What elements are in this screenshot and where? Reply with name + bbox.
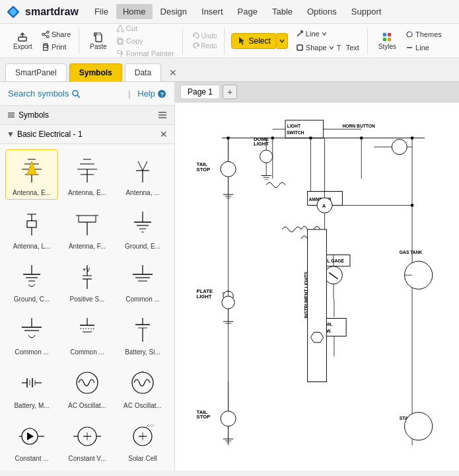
search-icon — [71, 89, 81, 99]
symbol-icon-solar_cell — [123, 420, 162, 453]
line-button[interactable]: Line — [292, 28, 363, 40]
svg-point-31 — [73, 91, 78, 96]
svg-rect-127 — [285, 120, 324, 138]
canvas[interactable]: TAIL STOP PLATE LIGHT TAIL STOP DOME LIG… — [175, 102, 459, 471]
menu-insert[interactable]: Insert — [195, 4, 230, 19]
svg-line-32 — [77, 95, 80, 98]
select-button[interactable]: Select — [231, 33, 277, 49]
symbol-item-common1[interactable]: Common ... — [116, 256, 169, 306]
category-close-button[interactable]: ✕ — [160, 129, 168, 139]
menu-bar: smartdraw File Home Design Insert Page T… — [0, 0, 459, 24]
svg-point-156 — [260, 150, 273, 163]
symbols-grid: Antenna, E... Antenna, E... Antenna, ...… — [0, 144, 174, 471]
svg-rect-27 — [383, 37, 386, 40]
format-painter-button[interactable]: Format Painter — [112, 48, 178, 60]
svg-line-22 — [297, 31, 302, 36]
menu-design[interactable]: Design — [154, 4, 194, 19]
symbol-item-battery_m[interactable]: Battery, M... — [5, 362, 58, 412]
export-button[interactable]: Export — [9, 30, 36, 52]
symbol-item-solar_cell[interactable]: Solar Cell — [116, 415, 169, 465]
text-icon-label: T — [336, 44, 344, 52]
menu-table[interactable]: Table — [265, 4, 299, 19]
symbol-icon-common3 — [67, 313, 107, 346]
symbol-item-common3[interactable]: Common ... — [61, 309, 114, 359]
menu-home[interactable]: Home — [116, 4, 153, 19]
search-symbols-link[interactable]: Search symbols — [8, 89, 69, 99]
close-panel-button[interactable]: ✕ — [166, 66, 180, 79]
svg-text:T: T — [337, 44, 341, 52]
undo-button[interactable]: Undo — [190, 31, 220, 40]
copy-icon — [116, 37, 124, 45]
print-icon — [42, 43, 50, 51]
svg-line-115 — [146, 424, 149, 427]
svg-point-195 — [360, 136, 363, 139]
redo-button[interactable]: Redo — [190, 41, 220, 50]
symbol-icon-antenna3 — [123, 154, 162, 187]
symbol-icon-ground_e — [123, 207, 162, 240]
svg-rect-25 — [383, 32, 386, 36]
svg-point-15 — [122, 29, 124, 31]
symbol-label-antenna3: Antenna, ... — [125, 189, 159, 196]
symbol-item-antenna_e[interactable]: Antenna, E... — [5, 149, 58, 200]
symbol-item-ac_osc2[interactable]: AC Oscillat... — [116, 362, 169, 412]
themes-icon — [406, 30, 413, 38]
symbol-item-positive_s[interactable]: +V Positive S... — [61, 256, 114, 306]
select-dropdown-arrow[interactable] — [277, 33, 288, 49]
tab-data[interactable]: Data — [125, 63, 161, 81]
symbol-label-constant1: Constant ... — [15, 455, 48, 462]
symbol-item-ground_c[interactable]: Ground, C... — [5, 256, 58, 306]
svg-rect-20 — [118, 50, 122, 53]
export-icon — [17, 32, 28, 42]
tab-smart-panel[interactable]: SmartPanel — [5, 63, 67, 81]
symbol-item-antenna3[interactable]: Antenna, ... — [116, 149, 169, 200]
symbol-item-antenna_f[interactable]: Antenna, F... — [61, 202, 114, 253]
symbol-item-battery_s[interactable]: Battery, Si... — [116, 309, 169, 359]
symbol-label-ac_osc2: AC Oscillat... — [124, 402, 162, 409]
symbol-label-battery_m: Battery, M... — [14, 402, 49, 409]
sidebar: Search symbols | Help ? Symbols ▼ — [0, 82, 175, 471]
symbol-label-battery_s: Battery, Si... — [125, 348, 160, 356]
share-button[interactable]: Share — [38, 28, 75, 40]
category-collapse-button[interactable]: ▼ — [7, 130, 15, 139]
svg-text:STOP: STOP — [197, 167, 211, 173]
menu-support[interactable]: Support — [345, 4, 388, 19]
menu-options[interactable]: Options — [300, 4, 343, 19]
symbol-icon-ac_osc1 — [67, 366, 107, 399]
symbol-icon-antenna_e — [12, 154, 52, 187]
themes-button[interactable]: Themes — [402, 28, 446, 40]
shape-button[interactable]: Shape T Text — [292, 42, 363, 54]
symbol-icon-ground_c — [12, 260, 52, 294]
svg-point-189 — [405, 413, 433, 440]
cut-button[interactable]: Cut — [112, 22, 178, 34]
symbol-item-ac_osc1[interactable]: AC Oscillat... — [61, 362, 114, 412]
svg-point-100 — [77, 372, 98, 393]
help-link[interactable]: Help — [137, 89, 155, 99]
symbol-item-constant_v[interactable]: Constant V... — [61, 415, 114, 465]
symbol-item-common2[interactable]: Common ... — [5, 309, 58, 359]
tab-symbols[interactable]: Symbols — [69, 63, 122, 81]
menu-file[interactable]: File — [88, 4, 115, 19]
symbol-item-antenna_l[interactable]: Antenna, L... — [5, 202, 58, 253]
symbol-item-constant1[interactable]: Constant ... — [5, 415, 58, 465]
symbol-label-common1: Common ... — [125, 296, 160, 303]
symbol-item-antenna_e2[interactable]: Antenna, E... — [61, 149, 114, 200]
paste-button[interactable]: Paste — [86, 30, 111, 52]
line2-button[interactable]: Line — [402, 42, 446, 54]
svg-point-198 — [392, 139, 407, 155]
symbols-options-icon[interactable] — [157, 110, 168, 120]
svg-marker-104 — [27, 432, 34, 440]
add-page-button[interactable]: + — [223, 85, 237, 99]
svg-line-8 — [44, 35, 46, 36]
symbol-icon-ac_osc2 — [123, 366, 162, 399]
svg-point-192 — [227, 136, 230, 139]
svg-text:HORN BUTTON: HORN BUTTON — [342, 124, 375, 128]
canvas-page-tab[interactable]: Page 1 — [180, 85, 220, 99]
copy-button[interactable]: Copy — [112, 35, 178, 47]
symbol-item-ground_e[interactable]: Ground, E... — [116, 202, 169, 253]
select-dropdown-group: Select — [231, 33, 288, 49]
menu-page[interactable]: Page — [231, 4, 264, 19]
styles-button[interactable]: Styles — [374, 30, 400, 52]
svg-point-6 — [47, 36, 49, 38]
print-button[interactable]: Print — [38, 41, 75, 53]
symbol-icon-common1 — [123, 260, 162, 294]
